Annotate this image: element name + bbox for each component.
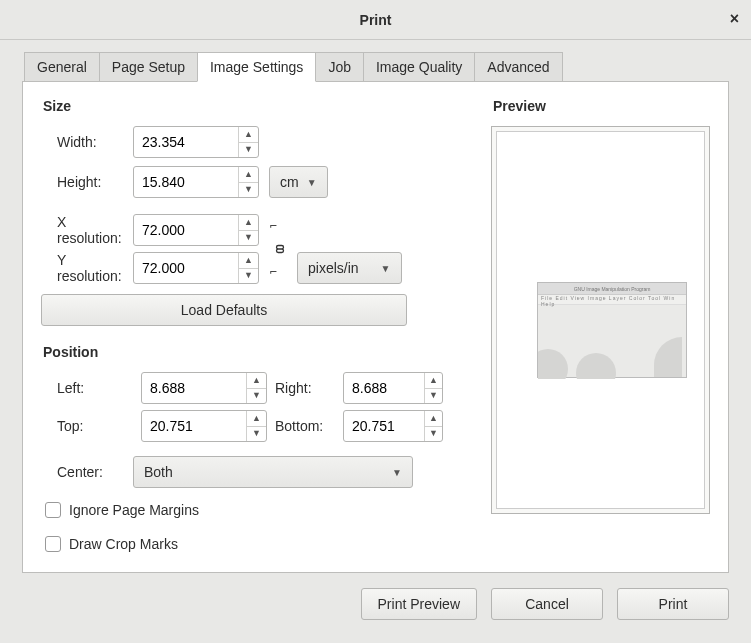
tab-bar: General Page Setup Image Settings Job Im…	[24, 52, 751, 82]
right-label: Right:	[275, 380, 335, 396]
spinner-up-icon[interactable]: ▲	[239, 253, 258, 269]
titlebar: Print ×	[0, 0, 751, 40]
yres-field[interactable]	[134, 253, 238, 283]
spinner-down-icon[interactable]: ▼	[425, 427, 442, 442]
size-heading: Size	[43, 98, 469, 114]
bottom-input[interactable]: ▲▼	[343, 410, 443, 442]
xres-field[interactable]	[134, 215, 238, 245]
spinner-up-icon[interactable]: ▲	[425, 411, 442, 427]
height-label: Height:	[41, 174, 133, 190]
spinner-up-icon[interactable]: ▲	[247, 411, 266, 427]
spinner-up-icon[interactable]: ▲	[239, 167, 258, 183]
res-unit-label: pixels/in	[308, 260, 359, 276]
ignore-margins-label[interactable]: Ignore Page Margins	[69, 502, 199, 518]
size-unit-dropdown[interactable]: cm ▼	[269, 166, 328, 198]
bottom-label: Bottom:	[275, 418, 335, 434]
xres-label: X resolution:	[41, 214, 133, 246]
left-field[interactable]	[142, 373, 246, 403]
tab-general[interactable]: General	[24, 52, 100, 82]
load-defaults-button[interactable]: Load Defaults	[41, 294, 407, 326]
spinner-down-icon[interactable]: ▼	[239, 143, 258, 158]
yres-input[interactable]: ▲▼	[133, 252, 259, 284]
chevron-down-icon: ▼	[381, 263, 391, 274]
preview-thumb-title: GNU Image Manipulation Program	[538, 283, 686, 295]
preview-page[interactable]: GNU Image Manipulation Program File Edit…	[496, 131, 705, 509]
tab-image-settings[interactable]: Image Settings	[197, 52, 316, 82]
spinner-up-icon[interactable]: ▲	[425, 373, 442, 389]
width-input[interactable]: ▲▼	[133, 126, 259, 158]
center-value: Both	[144, 464, 173, 480]
cancel-button[interactable]: Cancel	[491, 588, 603, 620]
crop-marks-label[interactable]: Draw Crop Marks	[69, 536, 178, 552]
res-unit-dropdown[interactable]: pixels/in ▼	[297, 252, 402, 284]
ignore-margins-checkbox[interactable]	[45, 502, 61, 518]
top-label: Top:	[41, 418, 133, 434]
spinner-down-icon[interactable]: ▼	[239, 183, 258, 198]
chain-link-icon[interactable]	[273, 242, 287, 256]
spinner-down-icon[interactable]: ▼	[425, 389, 442, 404]
tab-job[interactable]: Job	[315, 52, 364, 82]
chevron-down-icon: ▼	[307, 177, 317, 188]
dialog-footer: Print Preview Cancel Print	[0, 588, 751, 636]
preview-thumbnail[interactable]: GNU Image Manipulation Program File Edit…	[537, 282, 687, 378]
height-input[interactable]: ▲▼	[133, 166, 259, 198]
top-field[interactable]	[142, 411, 246, 441]
yres-label: Y resolution:	[41, 252, 133, 284]
spinner-up-icon[interactable]: ▲	[239, 127, 258, 143]
top-input[interactable]: ▲▼	[141, 410, 267, 442]
resolution-link-bracket: ⌐ ⌐	[267, 220, 279, 278]
close-icon[interactable]: ×	[730, 10, 739, 28]
size-unit-label: cm	[280, 174, 299, 190]
tab-advanced[interactable]: Advanced	[474, 52, 562, 82]
spinner-up-icon[interactable]: ▲	[239, 215, 258, 231]
center-label: Center:	[41, 464, 133, 480]
right-field[interactable]	[344, 373, 424, 403]
spinner-up-icon[interactable]: ▲	[247, 373, 266, 389]
tab-panel: Size Width: ▲▼ Height: ▲▼ cm ▼	[22, 81, 729, 573]
position-heading: Position	[43, 344, 469, 360]
print-preview-button[interactable]: Print Preview	[361, 588, 477, 620]
window-title: Print	[360, 12, 392, 28]
preview-heading: Preview	[493, 98, 710, 114]
spinner-down-icon[interactable]: ▼	[247, 427, 266, 442]
center-dropdown[interactable]: Both ▼	[133, 456, 413, 488]
tab-page-setup[interactable]: Page Setup	[99, 52, 198, 82]
print-button[interactable]: Print	[617, 588, 729, 620]
tab-image-quality[interactable]: Image Quality	[363, 52, 475, 82]
height-field[interactable]	[134, 167, 238, 197]
left-label: Left:	[41, 380, 133, 396]
spinner-down-icon[interactable]: ▼	[239, 231, 258, 246]
chevron-down-icon: ▼	[392, 467, 402, 478]
spinner-down-icon[interactable]: ▼	[239, 269, 258, 284]
width-label: Width:	[41, 134, 133, 150]
width-field[interactable]	[134, 127, 238, 157]
spinner-down-icon[interactable]: ▼	[247, 389, 266, 404]
preview-thumb-menu: File Edit View Image Layer Color Tool Wi…	[538, 295, 686, 305]
right-input[interactable]: ▲▼	[343, 372, 443, 404]
xres-input[interactable]: ▲▼	[133, 214, 259, 246]
left-input[interactable]: ▲▼	[141, 372, 267, 404]
bottom-field[interactable]	[344, 411, 424, 441]
crop-marks-checkbontrol[interactable]	[45, 536, 61, 552]
preview-area: GNU Image Manipulation Program File Edit…	[491, 126, 710, 514]
